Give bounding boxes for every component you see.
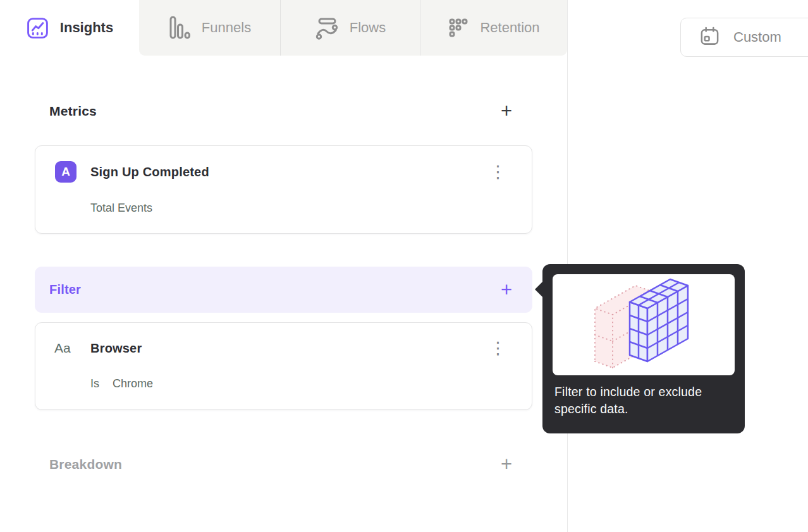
report-builder-panel: Insights Funnels — [0, 0, 568, 532]
metric-card[interactable]: A Sign Up Completed ⋮ Total Events — [35, 145, 532, 234]
report-type-tabs: Insights Funnels — [0, 0, 567, 56]
filter-title: Filter — [49, 282, 81, 297]
retention-dots-icon — [448, 17, 469, 39]
add-breakdown-button[interactable]: + — [499, 455, 513, 474]
tab-insights[interactable]: Insights — [0, 0, 139, 56]
metric-event-name[interactable]: Sign Up Completed — [90, 165, 209, 179]
insights-chart-icon — [26, 16, 49, 40]
string-property-type-icon: Aa — [54, 341, 90, 356]
tab-flows-label: Flows — [350, 20, 386, 36]
breakdown-section-header: Breakdown + — [35, 454, 532, 475]
builder-content: Metrics + A Sign Up Completed ⋮ Total Ev… — [0, 101, 567, 475]
metrics-section-header: Metrics + — [35, 101, 532, 121]
tooltip-text: Filter to include or exclude specific da… — [554, 384, 705, 418]
filter-property-name[interactable]: Browser — [90, 341, 142, 356]
tab-flows[interactable]: Flows — [280, 0, 420, 56]
insights-builder-screen: Insights Funnels — [0, 0, 808, 532]
filter-kebab-menu-icon[interactable]: ⋮ — [487, 342, 509, 354]
filter-card[interactable]: Aa Browser ⋮ Is Chrome — [35, 322, 532, 410]
filter-cube-illustration — [553, 274, 734, 375]
tab-funnels-label: Funnels — [202, 20, 251, 36]
flows-stream-icon — [315, 16, 339, 40]
tab-funnels[interactable]: Funnels — [139, 0, 280, 56]
date-range-label: Custom — [733, 29, 781, 45]
filter-illustration — [553, 274, 735, 375]
filter-operator[interactable]: Is — [90, 377, 99, 390]
add-filter-button[interactable]: + — [499, 281, 513, 299]
add-metric-button[interactable]: + — [499, 102, 513, 121]
calendar-icon — [699, 26, 720, 49]
funnels-bars-icon — [168, 15, 191, 40]
metrics-title: Metrics — [49, 104, 97, 119]
filter-section-header[interactable]: Filter + — [35, 267, 532, 313]
tab-retention[interactable]: Retention — [420, 0, 567, 56]
tab-insights-label: Insights — [60, 20, 113, 36]
date-range-custom-button[interactable]: Custom — [680, 18, 808, 57]
filter-tooltip: Filter to include or exclude specific da… — [542, 264, 745, 433]
metric-series-badge: A — [55, 161, 77, 183]
filter-value[interactable]: Chrome — [113, 377, 153, 390]
metric-kebab-menu-icon[interactable]: ⋮ — [487, 166, 509, 178]
breakdown-title: Breakdown — [49, 457, 122, 472]
metric-aggregation[interactable]: Total Events — [55, 202, 509, 215]
tab-retention-label: Retention — [480, 20, 539, 36]
tooltip-arrow — [535, 281, 543, 298]
